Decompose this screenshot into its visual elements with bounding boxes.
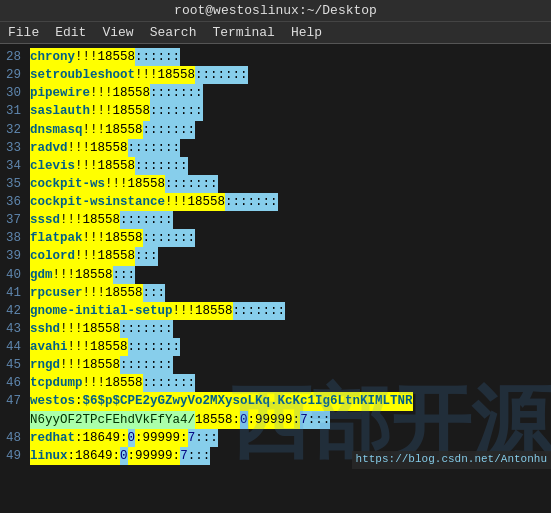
table-row: 42 gnome-initial-setup!!!18558::::::: (6, 302, 545, 320)
terminal: 28 chrony!!!18558:::::: 29 setroubleshoo… (0, 44, 551, 469)
menu-terminal[interactable]: Terminal (212, 25, 274, 40)
table-row: 46 tcpdump!!!18558::::::: (6, 374, 545, 392)
table-row: 31 saslauth!!!18558::::::: (6, 102, 545, 120)
table-row: 29 setroubleshoot!!!18558::::::: (6, 66, 545, 84)
table-row: 38 flatpak!!!18558::::::: (6, 229, 545, 247)
menu-view[interactable]: View (102, 25, 133, 40)
url-bar: https://blog.csdn.net/Antonhu (352, 451, 551, 469)
menu-edit[interactable]: Edit (55, 25, 86, 40)
table-row: 33 radvd!!!18558::::::: (6, 139, 545, 157)
table-row: 39 colord!!!18558::: (6, 247, 545, 265)
table-row: 43 sshd!!!18558::::::: (6, 320, 545, 338)
title-bar: root@westoslinux:~/Desktop (0, 0, 551, 22)
menu-file[interactable]: File (8, 25, 39, 40)
menu-bar: File Edit View Search Terminal Help (0, 22, 551, 44)
menu-help[interactable]: Help (291, 25, 322, 40)
table-row: 30 pipewire!!!18558::::::: (6, 84, 545, 102)
table-row: 37 sssd!!!18558::::::: (6, 211, 545, 229)
title-text: root@westoslinux:~/Desktop (174, 3, 377, 18)
table-row: 40 gdm!!!18558::: (6, 266, 545, 284)
table-row: 48 redhat:18649:0:99999:7::: (6, 429, 545, 447)
table-row: 34 clevis!!!18558::::::: (6, 157, 545, 175)
table-row: 47 westos:$6$p$CPE2yGZwyVo2MXysoLKq.KcKc… (6, 392, 545, 410)
table-row: 32 dnsmasq!!!18558::::::: (6, 121, 545, 139)
table-row: 36 cockpit-wsinstance!!!18558::::::: (6, 193, 545, 211)
table-row: 45 rngd!!!18558::::::: (6, 356, 545, 374)
table-row: 35 cockpit-ws!!!18558::::::: (6, 175, 545, 193)
menu-search[interactable]: Search (150, 25, 197, 40)
table-row-cont: N6yyOF2TPcFEhdVkFfYa4/18558:0:99999:7::: (6, 411, 545, 429)
table-row: 41 rpcuser!!!18558::: (6, 284, 545, 302)
table-row: 28 chrony!!!18558:::::: (6, 48, 545, 66)
table-row: 44 avahi!!!18558::::::: (6, 338, 545, 356)
